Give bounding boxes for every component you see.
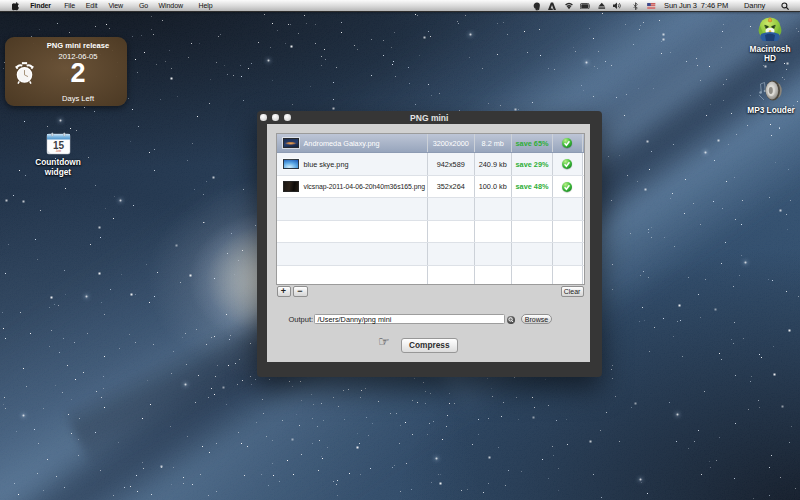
svg-text:June: June: [56, 149, 62, 153]
svg-text:15: 15: [53, 140, 65, 151]
